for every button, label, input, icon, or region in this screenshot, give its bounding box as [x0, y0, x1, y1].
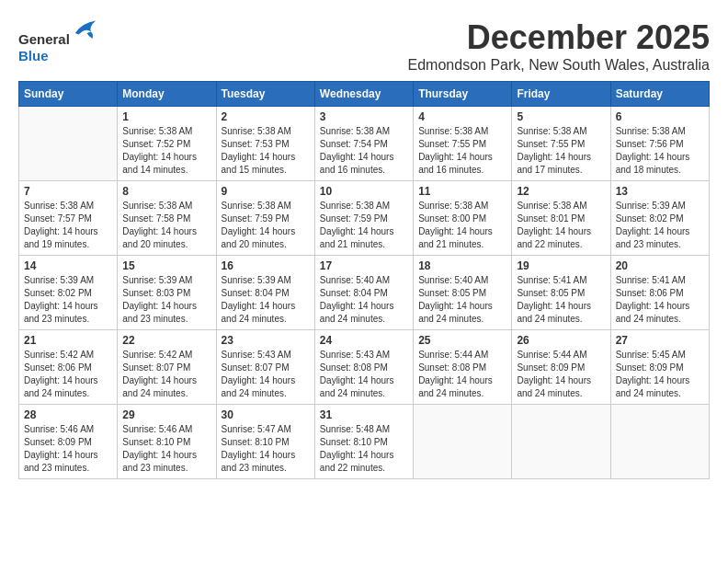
day-number: 10 — [320, 185, 408, 198]
sunset-label: Sunset: 8:04 PM — [320, 288, 388, 298]
day-number: 27 — [616, 334, 704, 347]
table-row: 1 Sunrise: 5:38 AM Sunset: 7:52 PM Dayli… — [118, 107, 216, 181]
day-number: 11 — [418, 185, 506, 198]
sunrise-label: Sunrise: 5:41 AM — [616, 275, 686, 285]
sunset-label: Sunset: 8:09 PM — [616, 362, 684, 373]
table-row: 19 Sunrise: 5:41 AM Sunset: 8:05 PM Dayl… — [512, 256, 610, 330]
day-info: Sunrise: 5:38 AM Sunset: 7:52 PM Dayligh… — [122, 125, 210, 177]
daylight-label: Daylight: 14 hours and 24 minutes. — [24, 375, 98, 398]
day-info: Sunrise: 5:38 AM Sunset: 8:00 PM Dayligh… — [418, 200, 506, 251]
day-number: 31 — [320, 408, 408, 421]
table-row: 14 Sunrise: 5:39 AM Sunset: 8:02 PM Dayl… — [19, 256, 118, 330]
sunrise-label: Sunrise: 5:39 AM — [222, 275, 291, 285]
sunrise-label: Sunrise: 5:40 AM — [418, 275, 488, 285]
sunset-label: Sunset: 8:02 PM — [616, 213, 684, 224]
sunset-label: Sunset: 7:55 PM — [517, 139, 585, 149]
sunset-label: Sunset: 8:07 PM — [222, 362, 290, 373]
sunrise-label: Sunrise: 5:38 AM — [222, 126, 291, 136]
sunset-label: Sunset: 8:03 PM — [122, 288, 190, 298]
table-row: 25 Sunrise: 5:44 AM Sunset: 8:08 PM Dayl… — [414, 330, 512, 405]
table-row — [414, 405, 512, 479]
daylight-label: Daylight: 14 hours and 20 minutes. — [222, 226, 296, 249]
day-number: 21 — [24, 334, 112, 347]
daylight-label: Daylight: 14 hours and 24 minutes. — [418, 301, 493, 324]
sunset-label: Sunset: 7:58 PM — [122, 213, 190, 224]
sunrise-label: Sunrise: 5:42 AM — [122, 350, 192, 360]
day-number: 20 — [616, 259, 704, 272]
table-row: 18 Sunrise: 5:40 AM Sunset: 8:05 PM Dayl… — [414, 256, 512, 330]
day-info: Sunrise: 5:44 AM Sunset: 8:08 PM Dayligh… — [418, 349, 506, 400]
col-header-monday: Monday — [118, 82, 216, 107]
sunset-label: Sunset: 8:09 PM — [517, 362, 585, 373]
sunset-label: Sunset: 7:59 PM — [222, 213, 290, 224]
sunset-label: Sunset: 8:02 PM — [24, 288, 92, 298]
sunrise-label: Sunrise: 5:38 AM — [24, 201, 94, 211]
daylight-label: Daylight: 14 hours and 23 minutes. — [222, 450, 296, 473]
day-info: Sunrise: 5:47 AM Sunset: 8:10 PM Dayligh… — [222, 423, 310, 475]
day-info: Sunrise: 5:46 AM Sunset: 8:09 PM Dayligh… — [24, 423, 112, 475]
daylight-label: Daylight: 14 hours and 24 minutes. — [517, 375, 591, 398]
sunset-label: Sunset: 8:00 PM — [418, 213, 486, 224]
day-info: Sunrise: 5:43 AM Sunset: 8:07 PM Dayligh… — [222, 349, 310, 400]
day-info: Sunrise: 5:38 AM Sunset: 7:55 PM Dayligh… — [418, 125, 506, 177]
day-info: Sunrise: 5:39 AM Sunset: 8:02 PM Dayligh… — [616, 200, 704, 251]
table-row: 4 Sunrise: 5:38 AM Sunset: 7:55 PM Dayli… — [414, 107, 512, 181]
daylight-label: Daylight: 14 hours and 19 minutes. — [24, 226, 98, 249]
logo-text: General Blue — [18, 18, 99, 64]
day-info: Sunrise: 5:38 AM Sunset: 7:55 PM Dayligh… — [517, 125, 605, 177]
sunrise-label: Sunrise: 5:44 AM — [517, 350, 586, 360]
sunrise-label: Sunrise: 5:38 AM — [320, 201, 390, 211]
sunrise-label: Sunrise: 5:38 AM — [517, 126, 586, 136]
logo-bird-icon — [72, 18, 99, 44]
day-info: Sunrise: 5:45 AM Sunset: 8:09 PM Dayligh… — [616, 349, 704, 400]
location-subtitle: Edmondson Park, New South Wales, Austral… — [408, 57, 710, 74]
daylight-label: Daylight: 14 hours and 23 minutes. — [24, 301, 98, 324]
day-number: 26 — [517, 334, 605, 347]
day-number: 15 — [122, 259, 210, 272]
daylight-label: Daylight: 14 hours and 24 minutes. — [320, 375, 394, 398]
day-info: Sunrise: 5:48 AM Sunset: 8:10 PM Dayligh… — [320, 423, 408, 475]
daylight-label: Daylight: 14 hours and 22 minutes. — [517, 226, 591, 249]
day-info: Sunrise: 5:43 AM Sunset: 8:08 PM Dayligh… — [320, 349, 408, 400]
day-info: Sunrise: 5:46 AM Sunset: 8:10 PM Dayligh… — [122, 423, 210, 475]
day-info: Sunrise: 5:39 AM Sunset: 8:03 PM Dayligh… — [122, 274, 210, 326]
table-row: 12 Sunrise: 5:38 AM Sunset: 8:01 PM Dayl… — [512, 181, 610, 256]
sunset-label: Sunset: 8:07 PM — [122, 362, 190, 373]
day-info: Sunrise: 5:40 AM Sunset: 8:04 PM Dayligh… — [320, 274, 408, 326]
day-info: Sunrise: 5:42 AM Sunset: 8:06 PM Dayligh… — [24, 349, 112, 400]
sunrise-label: Sunrise: 5:38 AM — [320, 126, 390, 136]
table-row: 21 Sunrise: 5:42 AM Sunset: 8:06 PM Dayl… — [19, 330, 118, 405]
day-number: 16 — [222, 259, 310, 272]
daylight-label: Daylight: 14 hours and 15 minutes. — [222, 152, 296, 175]
day-number: 23 — [222, 334, 310, 347]
day-info: Sunrise: 5:38 AM Sunset: 7:56 PM Dayligh… — [616, 125, 704, 177]
day-number: 22 — [122, 334, 210, 347]
day-number: 9 — [222, 185, 310, 198]
table-row: 23 Sunrise: 5:43 AM Sunset: 8:07 PM Dayl… — [216, 330, 314, 405]
daylight-label: Daylight: 14 hours and 21 minutes. — [418, 226, 493, 249]
table-row: 15 Sunrise: 5:39 AM Sunset: 8:03 PM Dayl… — [118, 256, 216, 330]
sunset-label: Sunset: 7:54 PM — [320, 139, 388, 149]
header: General Blue December 2025 Edmondson Par… — [18, 18, 710, 74]
day-number: 14 — [24, 259, 112, 272]
col-header-friday: Friday — [512, 82, 610, 107]
day-info: Sunrise: 5:40 AM Sunset: 8:05 PM Dayligh… — [418, 274, 506, 326]
sunset-label: Sunset: 8:06 PM — [616, 288, 684, 298]
day-number: 3 — [320, 110, 408, 123]
sunrise-label: Sunrise: 5:44 AM — [418, 350, 488, 360]
day-info: Sunrise: 5:41 AM Sunset: 8:06 PM Dayligh… — [616, 274, 704, 326]
daylight-label: Daylight: 14 hours and 18 minutes. — [616, 152, 690, 175]
day-number: 24 — [320, 334, 408, 347]
sunrise-label: Sunrise: 5:41 AM — [517, 275, 586, 285]
daylight-label: Daylight: 14 hours and 14 minutes. — [122, 152, 197, 175]
sunrise-label: Sunrise: 5:47 AM — [222, 424, 291, 434]
table-row: 30 Sunrise: 5:47 AM Sunset: 8:10 PM Dayl… — [216, 405, 314, 479]
daylight-label: Daylight: 14 hours and 16 minutes. — [320, 152, 394, 175]
day-info: Sunrise: 5:42 AM Sunset: 8:07 PM Dayligh… — [122, 349, 210, 400]
day-info: Sunrise: 5:38 AM Sunset: 7:59 PM Dayligh… — [320, 200, 408, 251]
day-number: 28 — [24, 408, 112, 421]
daylight-label: Daylight: 14 hours and 24 minutes. — [122, 375, 197, 398]
logo: General Blue — [18, 18, 99, 64]
table-row — [19, 107, 118, 181]
table-row: 22 Sunrise: 5:42 AM Sunset: 8:07 PM Dayl… — [118, 330, 216, 405]
